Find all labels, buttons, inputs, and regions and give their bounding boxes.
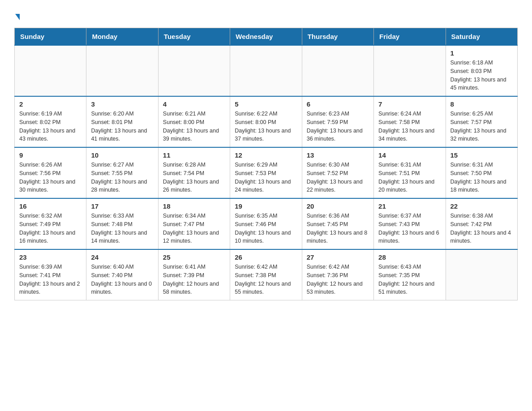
- day-info: Sunrise: 6:31 AMSunset: 7:50 PMDaylight:…: [450, 161, 513, 194]
- day-number: 22: [450, 202, 513, 210]
- day-number: 25: [163, 253, 225, 261]
- day-number: 20: [307, 202, 369, 210]
- day-number: 19: [235, 202, 297, 210]
- calendar-cell: [446, 249, 517, 300]
- day-info: Sunrise: 6:30 AMSunset: 7:52 PMDaylight:…: [307, 161, 369, 194]
- calendar-cell: [158, 45, 230, 96]
- day-number: 23: [19, 253, 82, 261]
- day-info: Sunrise: 6:42 AMSunset: 7:38 PMDaylight:…: [235, 263, 297, 296]
- day-number: 15: [450, 151, 513, 159]
- calendar-header-row: SundayMondayTuesdayWednesdayThursdayFrid…: [15, 28, 518, 46]
- day-number: 10: [91, 151, 153, 159]
- day-info: Sunrise: 6:22 AMSunset: 8:00 PMDaylight:…: [235, 110, 297, 143]
- calendar-cell: 15Sunrise: 6:31 AMSunset: 7:50 PMDayligh…: [446, 147, 517, 198]
- day-info: Sunrise: 6:35 AMSunset: 7:46 PMDaylight:…: [235, 212, 297, 245]
- calendar-cell: 19Sunrise: 6:35 AMSunset: 7:46 PMDayligh…: [230, 198, 302, 249]
- week-row-2: 2Sunrise: 6:19 AMSunset: 8:02 PMDaylight…: [15, 96, 518, 147]
- day-number: 21: [378, 202, 441, 210]
- day-info: Sunrise: 6:26 AMSunset: 7:56 PMDaylight:…: [19, 161, 82, 194]
- calendar-cell: 16Sunrise: 6:32 AMSunset: 7:49 PMDayligh…: [15, 198, 86, 249]
- day-info: Sunrise: 6:33 AMSunset: 7:48 PMDaylight:…: [91, 212, 153, 245]
- day-number: 9: [19, 151, 82, 159]
- day-number: 14: [378, 151, 441, 159]
- logo: [14, 11, 20, 21]
- calendar-cell: 22Sunrise: 6:38 AMSunset: 7:42 PMDayligh…: [446, 198, 517, 249]
- calendar-cell: 23Sunrise: 6:39 AMSunset: 7:41 PMDayligh…: [15, 249, 86, 300]
- column-header-saturday: Saturday: [446, 28, 517, 46]
- day-info: Sunrise: 6:25 AMSunset: 7:57 PMDaylight:…: [450, 110, 513, 143]
- page-header: [14, 11, 518, 21]
- column-header-friday: Friday: [374, 28, 446, 46]
- day-number: 11: [163, 151, 225, 159]
- calendar-cell: 8Sunrise: 6:25 AMSunset: 7:57 PMDaylight…: [446, 96, 517, 147]
- logo-arrow-icon: [15, 14, 20, 20]
- day-info: Sunrise: 6:41 AMSunset: 7:39 PMDaylight:…: [163, 263, 225, 296]
- day-number: 26: [235, 253, 297, 261]
- calendar-cell: [302, 45, 373, 96]
- day-info: Sunrise: 6:19 AMSunset: 8:02 PMDaylight:…: [19, 110, 82, 143]
- day-number: 7: [378, 100, 441, 108]
- calendar-cell: 12Sunrise: 6:29 AMSunset: 7:53 PMDayligh…: [230, 147, 302, 198]
- column-header-tuesday: Tuesday: [158, 28, 230, 46]
- day-number: 18: [163, 202, 225, 210]
- calendar-cell: 26Sunrise: 6:42 AMSunset: 7:38 PMDayligh…: [230, 249, 302, 300]
- day-number: 17: [91, 202, 153, 210]
- day-number: 27: [307, 253, 369, 261]
- calendar-cell: 3Sunrise: 6:20 AMSunset: 8:01 PMDaylight…: [86, 96, 158, 147]
- column-header-thursday: Thursday: [302, 28, 373, 46]
- day-info: Sunrise: 6:38 AMSunset: 7:42 PMDaylight:…: [450, 212, 513, 245]
- day-info: Sunrise: 6:20 AMSunset: 8:01 PMDaylight:…: [91, 110, 153, 143]
- column-header-wednesday: Wednesday: [230, 28, 302, 46]
- day-number: 8: [450, 100, 513, 108]
- day-info: Sunrise: 6:21 AMSunset: 8:00 PMDaylight:…: [163, 110, 225, 143]
- calendar-cell: 5Sunrise: 6:22 AMSunset: 8:00 PMDaylight…: [230, 96, 302, 147]
- week-row-1: 1Sunrise: 6:18 AMSunset: 8:03 PMDaylight…: [15, 45, 518, 96]
- calendar-cell: [230, 45, 302, 96]
- day-number: 16: [19, 202, 82, 210]
- calendar-cell: 17Sunrise: 6:33 AMSunset: 7:48 PMDayligh…: [86, 198, 158, 249]
- day-number: 1: [450, 49, 513, 57]
- calendar-cell: 1Sunrise: 6:18 AMSunset: 8:03 PMDaylight…: [446, 45, 517, 96]
- day-number: 3: [91, 100, 153, 108]
- day-info: Sunrise: 6:29 AMSunset: 7:53 PMDaylight:…: [235, 161, 297, 194]
- calendar-cell: 24Sunrise: 6:40 AMSunset: 7:40 PMDayligh…: [86, 249, 158, 300]
- calendar-table: SundayMondayTuesdayWednesdayThursdayFrid…: [14, 28, 518, 300]
- day-info: Sunrise: 6:34 AMSunset: 7:47 PMDaylight:…: [163, 212, 225, 245]
- calendar-cell: [86, 45, 158, 96]
- calendar-cell: 21Sunrise: 6:37 AMSunset: 7:43 PMDayligh…: [374, 198, 446, 249]
- day-info: Sunrise: 6:43 AMSunset: 7:35 PMDaylight:…: [378, 263, 441, 296]
- calendar-cell: 4Sunrise: 6:21 AMSunset: 8:00 PMDaylight…: [158, 96, 230, 147]
- day-info: Sunrise: 6:36 AMSunset: 7:45 PMDaylight:…: [307, 212, 369, 245]
- day-info: Sunrise: 6:27 AMSunset: 7:55 PMDaylight:…: [91, 161, 153, 194]
- day-number: 2: [19, 100, 82, 108]
- calendar-cell: 6Sunrise: 6:23 AMSunset: 7:59 PMDaylight…: [302, 96, 373, 147]
- column-header-monday: Monday: [86, 28, 158, 46]
- calendar-cell: 18Sunrise: 6:34 AMSunset: 7:47 PMDayligh…: [158, 198, 230, 249]
- week-row-5: 23Sunrise: 6:39 AMSunset: 7:41 PMDayligh…: [15, 249, 518, 300]
- week-row-4: 16Sunrise: 6:32 AMSunset: 7:49 PMDayligh…: [15, 198, 518, 249]
- day-info: Sunrise: 6:37 AMSunset: 7:43 PMDaylight:…: [378, 212, 441, 245]
- calendar-cell: [374, 45, 446, 96]
- calendar-cell: [15, 45, 86, 96]
- calendar-cell: 27Sunrise: 6:42 AMSunset: 7:36 PMDayligh…: [302, 249, 373, 300]
- day-info: Sunrise: 6:39 AMSunset: 7:41 PMDaylight:…: [19, 263, 82, 296]
- calendar-cell: 20Sunrise: 6:36 AMSunset: 7:45 PMDayligh…: [302, 198, 373, 249]
- day-number: 24: [91, 253, 153, 261]
- day-info: Sunrise: 6:24 AMSunset: 7:58 PMDaylight:…: [378, 110, 441, 143]
- day-number: 12: [235, 151, 297, 159]
- day-number: 28: [378, 253, 441, 261]
- calendar-cell: 13Sunrise: 6:30 AMSunset: 7:52 PMDayligh…: [302, 147, 373, 198]
- day-info: Sunrise: 6:31 AMSunset: 7:51 PMDaylight:…: [378, 161, 441, 194]
- week-row-3: 9Sunrise: 6:26 AMSunset: 7:56 PMDaylight…: [15, 147, 518, 198]
- day-info: Sunrise: 6:40 AMSunset: 7:40 PMDaylight:…: [91, 263, 153, 296]
- day-info: Sunrise: 6:32 AMSunset: 7:49 PMDaylight:…: [19, 212, 82, 245]
- day-number: 5: [235, 100, 297, 108]
- day-info: Sunrise: 6:42 AMSunset: 7:36 PMDaylight:…: [307, 263, 369, 296]
- calendar-cell: 2Sunrise: 6:19 AMSunset: 8:02 PMDaylight…: [15, 96, 86, 147]
- calendar-cell: 14Sunrise: 6:31 AMSunset: 7:51 PMDayligh…: [374, 147, 446, 198]
- calendar-cell: 28Sunrise: 6:43 AMSunset: 7:35 PMDayligh…: [374, 249, 446, 300]
- day-info: Sunrise: 6:18 AMSunset: 8:03 PMDaylight:…: [450, 59, 513, 92]
- day-info: Sunrise: 6:28 AMSunset: 7:54 PMDaylight:…: [163, 161, 225, 194]
- day-number: 4: [163, 100, 225, 108]
- calendar-cell: 9Sunrise: 6:26 AMSunset: 7:56 PMDaylight…: [15, 147, 86, 198]
